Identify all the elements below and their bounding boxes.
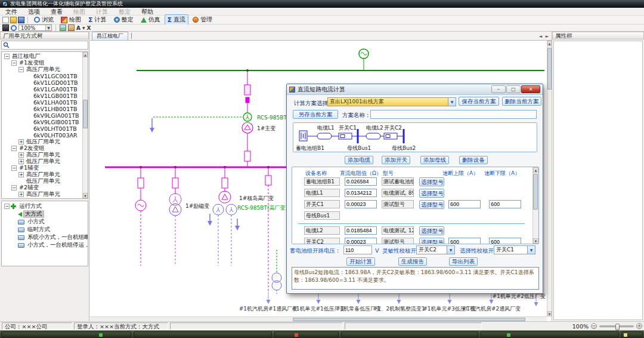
- select-model-button[interactable]: 选择型号: [419, 200, 444, 209]
- taskbar-button[interactable]: [134, 331, 272, 338]
- save-scheme-button[interactable]: 保存当前方案: [459, 97, 499, 106]
- scheme-combo[interactable]: 直出LXJ1001出线方案 ▼: [327, 97, 456, 106]
- tree-item[interactable]: 临时方式: [2, 226, 88, 233]
- tree-item[interactable]: 6kV1LHB001TB: [2, 106, 88, 112]
- zoom-slider-thumb[interactable]: [615, 324, 620, 330]
- main-protection-device[interactable]: [243, 113, 252, 121]
- canvas-vscrollbar[interactable]: ▲ ▼: [547, 41, 552, 317]
- switch-symbol[interactable]: [384, 133, 397, 139]
- scroll-thumb[interactable]: [533, 174, 538, 210]
- add-button-3[interactable]: 添加母线: [420, 156, 449, 164]
- toolbar-button-浏览[interactable]: 浏览: [31, 14, 57, 25]
- upper-limit-input[interactable]: [448, 238, 481, 244]
- tree-item[interactable]: −#2发变组: [2, 145, 88, 152]
- feeder-bay[interactable]: [265, 167, 271, 291]
- select-model-button[interactable]: 选择型号: [419, 177, 444, 186]
- add-button-4[interactable]: 删除设备: [459, 156, 488, 164]
- action-button-1[interactable]: 开始计算: [346, 257, 375, 266]
- upper-limit-input[interactable]: [448, 200, 481, 208]
- zoom-out-button[interactable]: −: [591, 323, 597, 329]
- image-icon[interactable]: [60, 24, 66, 31]
- resistance-input[interactable]: [345, 226, 377, 235]
- tree-item[interactable]: −#1发变组: [2, 60, 88, 66]
- toolbar-button-计算[interactable]: Σ计算: [85, 14, 110, 25]
- select-model-button[interactable]: 选择型号: [419, 189, 444, 198]
- aux-transformer-bay[interactable]: [213, 167, 237, 266]
- scroll-down-icon[interactable]: ▼: [533, 238, 538, 244]
- save-icon[interactable]: [18, 17, 24, 23]
- circuit-diagram[interactable]: 电缆L1 开关C1 电缆L2 开关C2 蓄电池组B1 母线Bus1 母线Bus2: [293, 123, 537, 152]
- chevron-down-icon[interactable]: ▼: [45, 25, 51, 30]
- tree-item[interactable]: +低压厂用单元: [2, 139, 88, 145]
- zoom-level-combo[interactable]: 100% ▼: [18, 24, 52, 31]
- toolbar-button-管理[interactable]: 管理: [190, 14, 215, 25]
- tree-item[interactable]: −#1辅变: [2, 165, 88, 171]
- add-button-1[interactable]: 添加电缆: [345, 156, 373, 164]
- tree-item[interactable]: 6kV1LGD001TB: [2, 79, 88, 86]
- tree-item[interactable]: 小方式，一台机组停运，系统侧断开: [2, 241, 88, 249]
- lower-limit-input[interactable]: [489, 238, 521, 244]
- resistance-input[interactable]: [345, 177, 377, 186]
- tree-item[interactable]: 6kV0LHT001TB: [2, 125, 88, 132]
- collapse-icon[interactable]: −: [4, 54, 10, 59]
- resistance-input[interactable]: [345, 200, 377, 208]
- tree-item[interactable]: +高压厂用单元: [2, 191, 88, 198]
- tree-item[interactable]: 系统小方式，一台机组断开: [2, 233, 88, 241]
- delete-icon[interactable]: X: [87, 25, 91, 31]
- toolbar-button-直流[interactable]: Σ直流: [165, 14, 189, 25]
- selectivity-switch-combo[interactable]: 开关C1 ▼: [494, 245, 535, 254]
- add-button-2[interactable]: 添加开关: [382, 156, 410, 164]
- cable-symbol[interactable]: [366, 133, 380, 139]
- tree-item[interactable]: 低压厂用单元: [2, 178, 88, 185]
- scroll-up-icon[interactable]: ▲: [83, 52, 88, 57]
- tree-item[interactable]: 6kV1LHA001TB: [2, 99, 88, 106]
- tree-item[interactable]: +低压厂用单元: [2, 158, 88, 165]
- tree-scrollbar[interactable]: ▲ ▼: [82, 52, 88, 198]
- tree-item[interactable]: −运行方式: [2, 202, 88, 210]
- tree-item[interactable]: 6kV9LGIA001TB: [2, 112, 88, 119]
- device-table-scrollbar[interactable]: ▲ ▼: [532, 167, 538, 244]
- minimize-button[interactable]: –: [491, 85, 506, 93]
- tree-item[interactable]: 大方式: [2, 210, 88, 218]
- zoom-icon[interactable]: [11, 25, 17, 31]
- scroll-up-icon[interactable]: ▲: [533, 167, 538, 173]
- maximize-button[interactable]: □: [506, 85, 521, 93]
- tree-item[interactable]: 6kV0LHT003AR: [2, 132, 88, 139]
- resistance-input[interactable]: [345, 238, 377, 244]
- find-icon[interactable]: [2, 24, 9, 31]
- scheme-name-input[interactable]: [370, 110, 537, 119]
- collapse-icon[interactable]: −: [18, 67, 24, 72]
- select-model-button[interactable]: 选择型号: [419, 238, 444, 244]
- tree-item[interactable]: −昌江核电厂: [2, 53, 88, 60]
- feeder-motor-bay[interactable]: [135, 167, 146, 266]
- tree-item[interactable]: 6kV1LGC001TB: [2, 73, 88, 79]
- scroll-up-icon[interactable]: ▲: [547, 41, 552, 46]
- dialog-titlebar[interactable]: 直流短路电流计算 – □ ✕: [287, 84, 543, 95]
- tree-item[interactable]: 6kV1LGB001TB: [2, 93, 88, 99]
- expand-icon[interactable]: +: [18, 139, 24, 145]
- tree-item[interactable]: −高压厂用单元: [2, 66, 88, 73]
- delete-scheme-button[interactable]: 删除当前方案: [502, 97, 541, 106]
- zoom-in-button[interactable]: +: [636, 323, 642, 329]
- scroll-down-icon[interactable]: ▼: [83, 193, 88, 198]
- chevron-down-icon[interactable]: ▼: [448, 97, 456, 106]
- collapse-icon[interactable]: −: [11, 60, 17, 66]
- action-button-3[interactable]: 导出列表: [449, 257, 478, 266]
- collapse-icon[interactable]: −: [11, 185, 17, 190]
- cable-symbol[interactable]: [317, 133, 332, 139]
- toolbar-button-绘图[interactable]: 绘图: [58, 14, 84, 25]
- generator-symbol[interactable]: [359, 49, 369, 70]
- taskbar-button[interactable]: [341, 331, 478, 338]
- taskbar-button[interactable]: [274, 331, 339, 338]
- pan-hand-icon[interactable]: [68, 24, 75, 31]
- taskbar-button[interactable]: [1, 331, 131, 338]
- tab-scroll-right-icon[interactable]: ►: [544, 34, 550, 39]
- tree-item[interactable]: 小方式: [2, 218, 88, 226]
- expand-icon[interactable]: +: [18, 172, 24, 177]
- chevron-down-icon[interactable]: ▼: [528, 245, 535, 254]
- collapse-icon[interactable]: −: [4, 204, 10, 209]
- chevron-down-icon[interactable]: ▼: [447, 245, 455, 254]
- scroll-down-icon[interactable]: ▼: [547, 311, 552, 317]
- lv-transformer-symbol[interactable]: [272, 250, 281, 294]
- chevron-down-icon[interactable]: ▼: [82, 26, 85, 30]
